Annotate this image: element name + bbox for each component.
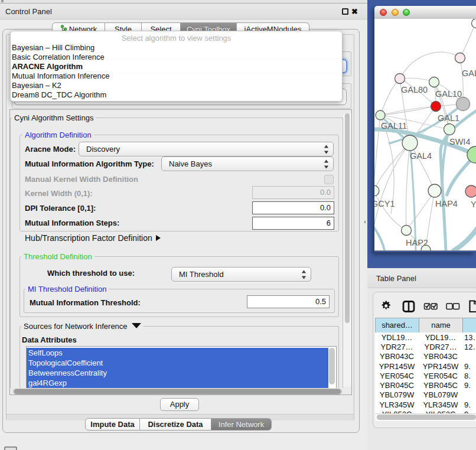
svg-text:GAL80: GAL80: [401, 85, 428, 94]
svg-text:HAP4: HAP4: [435, 199, 458, 208]
svg-text:GAL11: GAL11: [381, 121, 407, 131]
svg-text:Y: Y: [471, 200, 476, 209]
svg-text:HAP2: HAP2: [406, 238, 428, 247]
svg-text:SWI4: SWI4: [449, 137, 470, 146]
svg-text:GAL1: GAL1: [438, 113, 459, 123]
svg-text:GAL4: GAL4: [410, 151, 432, 161]
svg-text:GCY1: GCY1: [374, 199, 395, 208]
svg-text:GAL7: GAL7: [462, 69, 476, 78]
svg-text:GAL10: GAL10: [435, 89, 462, 99]
